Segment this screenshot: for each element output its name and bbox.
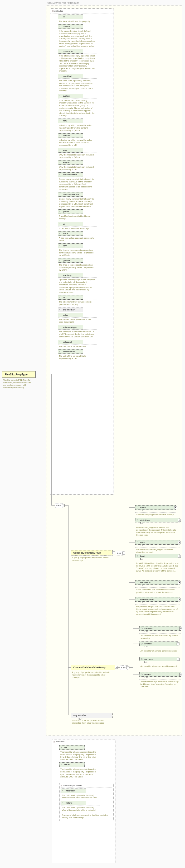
root-type-node[interactable]: Flex2ExtPropType Flexible generic PCL-Ty… [2,371,36,390]
expand-toggle[interactable]: + [180,627,182,630]
sequence-combiner[interactable]: - [120,665,128,670]
expand-toggle[interactable]: + [178,581,181,584]
attr-desc: One or many constraints that apply to pu… [58,177,97,191]
expand-toggle[interactable]: + [178,519,181,522]
element-hierarchyinfo[interactable]: ⎔hierarchyInfo+0..∞Represents the positi… [135,597,180,616]
attribute-uri[interactable]: ⌁uriA URI which identifies a concept. [58,222,113,231]
attributes-heading-text: attributes [56,741,65,743]
attribute-dir[interactable]: ⌁dirThe directionality of textual conten… [58,295,113,307]
attribute-validto[interactable]: ⌁validtoThe date (and, optionally, the t… [61,801,112,812]
attr-name: howuri [63,134,70,137]
attributes-heading: ▤ [53,741,56,743]
concept-relationships-group[interactable]: ConceptRelationshipsGroup - A group of p… [71,665,115,680]
expand-toggle[interactable]: - [122,552,125,555]
attribute-xml-lang[interactable]: ⌁xml:langSpecifies the language of this … [58,273,113,294]
cardinality: 0..∞ [140,558,143,560]
attr-name: type [63,244,67,247]
attr-name: rel [64,746,67,749]
expand-toggle[interactable]: - [62,504,65,507]
attribute-howuri[interactable]: ⌁howuriIndicates by which means the valu… [58,133,113,147]
sequence-combiner[interactable]: - [55,503,63,508]
attribute-qcode[interactable]: ⌁qcodeA qualified code which identifies … [58,209,113,221]
attribute-any-other[interactable]: ⌁any ##other [58,308,113,312]
attribute-valuedatatype[interactable]: ⌁valuedatatypeThe datatype of the value … [58,325,113,339]
element-name: facet [140,555,145,557]
attribute-creator[interactable]: ⌁creatorIf the property value is not def… [58,24,113,48]
attr-name: validfrom [66,789,75,792]
attr-desc: One or many constraints that apply to pu… [58,197,97,209]
expand-toggle[interactable]: + [178,598,181,601]
group-desc: A group of attributes expressing the tim… [61,813,112,820]
conn [43,374,43,775]
element-facet[interactable]: ⎔facet+0..∞In NAR 1.8 and later, facet i… [135,554,180,573]
attribute-literal[interactable]: ⌁literalA free-text value assigned as pr… [58,231,113,243]
attr-desc: The identifier of a concept defining the… [59,750,98,762]
attr-desc: Specifies the language of this property … [58,277,97,294]
attr-name: uri [63,223,65,225]
expand-toggle[interactable]: + [180,673,182,676]
attribute-whyuri[interactable]: ⌁whyuriWhy the metadata has been include… [58,160,113,172]
attribute-pubconstrainturi[interactable]: ⌁pubconstrainturiOne or many constraints… [58,192,113,209]
group-desc: A group of properties required to define… [71,555,113,562]
element-name[interactable]: ⎔name+0..∞A natural language name for th… [135,505,176,517]
attribute-custom[interactable]: ⌁customIf set to true the corresponding … [58,94,113,118]
element-narrower[interactable]: ⎔narrower+0..∞An identifier of a more sp… [139,657,178,669]
attr-desc: Indicates by which means the value was e… [58,138,97,147]
attribute-list-2: ⌁relThe identifier of a concept defining… [52,744,115,781]
attribute-id[interactable]: ⌁idThe local identifier of the property. [58,14,113,24]
element-name: note [140,541,145,544]
sequence-combiner[interactable]: - [116,551,123,555]
attribute-valueunit[interactable]: ⌁valueunitThe unit of the value attribut… [58,340,113,349]
attribute-pubconstraint[interactable]: ⌁pubconstraintOne or many constraints th… [58,173,113,191]
attr-name: value [63,314,68,316]
attr-name: reluri [64,764,70,766]
attribute-modified[interactable]: ⌁modifiedThe date (and, optionally, the … [58,74,113,93]
element-broader[interactable]: ⎔broader+0..∞An identifier of a more gen… [139,642,178,653]
expand-toggle[interactable]: + [177,642,180,645]
attr-desc: Why the metadata has been included - exp… [58,165,97,172]
conn [129,507,129,601]
cardinality: 0..∞ [140,544,143,546]
attr-name: id [63,16,65,18]
concept-definition-group[interactable]: ConceptDefinitionGroup - A group of prop… [71,550,113,562]
attr-name: pubconstrainturi [63,193,80,196]
element-desc: Represents the position of a concept in … [135,604,180,616]
cardinality: 0..∞ [140,522,143,524]
attr-name: modified [63,75,71,78]
attr-desc: The datatype of the value attribute – it… [58,330,97,339]
attr-desc: The type of the concept assigned as cont… [58,263,97,272]
attribute-how[interactable]: ⌁howIndicates by which means the value w… [58,119,113,132]
attribute-reluri[interactable]: ⌁reluriThe identifier of a concept defin… [59,763,114,779]
attr-desc: The date (and, optionally, the time) whe… [58,79,97,93]
conn [35,374,43,374]
attribute-creatoruri[interactable]: ⌁creatoruriIf the attribute is empty, sp… [58,49,113,73]
element-name: narrower [144,658,153,660]
attribute-validfrom[interactable]: ⌁validfromThe date (and, optionally, the… [61,788,112,800]
attr-desc: The local identifier of the property. [58,19,97,24]
attr-name: valueunit [63,341,72,343]
element-remoteinfo[interactable]: ⎔remoteInfo+0..∞A link to an item or a w… [135,580,180,594]
element-related[interactable]: ⎔related+0..∞A related concept, where th… [139,672,181,689]
expand-toggle[interactable]: - [126,666,130,669]
element-sameas[interactable]: ⎔sameAs+0..∞An identifier of a concept w… [139,626,181,640]
attr-name: why [63,149,67,152]
element-name: definition [140,519,150,521]
attribute-why[interactable]: ⌁whyWhy the metadata has been included -… [58,148,113,159]
expand-toggle[interactable]: + [174,506,177,509]
expand-toggle[interactable]: + [178,541,181,544]
attribute-typeuri[interactable]: ⌁typeuriThe type of the concept assigned… [58,258,113,272]
expand-toggle[interactable]: + [178,555,181,558]
expand-toggle[interactable]: + [177,658,180,660]
any-other-element[interactable]: any ##other Extension point for provider… [71,713,113,725]
attr-desc: A qualified code which identifies a conc… [58,214,97,221]
conn [51,374,52,505]
element-note[interactable]: ⎔note+0..∞Additional natural language in… [135,540,180,554]
conn [43,747,52,747]
attributes-block: ▤ attributes ⌁idThe local identifier of … [50,8,114,495]
attribute-rel[interactable]: ⌁relThe identifier of a concept defining… [59,745,114,762]
attributes-heading: ▤ [52,10,54,12]
attribute-valueunituri[interactable]: ⌁valueunituriThe unit of the value attri… [58,349,113,361]
attribute-value[interactable]: ⌁valueThe related value (see more in the… [58,313,113,324]
element-definition[interactable]: ⎔definition+0..∞A natural language defin… [135,518,180,537]
attribute-type[interactable]: ⌁typeThe type of the concept assigned as… [58,243,113,257]
